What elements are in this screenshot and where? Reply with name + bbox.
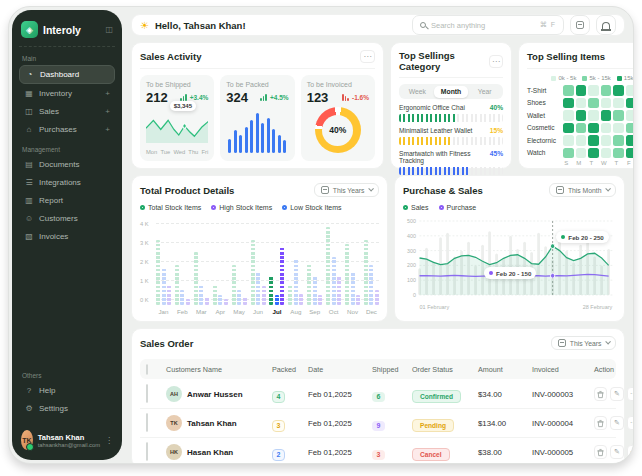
edit-button[interactable]: ✎ [610,445,623,459]
day-label: Thu [188,149,198,155]
row-checkbox[interactable] [146,384,148,403]
heatmap-cell [588,85,599,96]
sidebar-item-help[interactable]: ?Help [19,382,115,399]
category-label-row: Minimalist Leather Wallet15% [399,127,503,134]
documents-icon: ▤ [24,160,34,169]
edit-button[interactable]: ✎ [610,387,623,401]
month-label: Dec [366,308,377,315]
heatmap-cell [563,123,574,134]
delete-button[interactable] [594,445,607,459]
expand-plus-icon[interactable]: + [105,125,110,134]
select-all-checkbox[interactable] [146,364,148,375]
sidebar-item-label: Dashboard [40,70,79,79]
bar [245,127,248,153]
svg-text:0: 0 [413,292,416,298]
filter-label: This Years [570,340,602,347]
day-label: T [611,160,622,166]
sidebar-item-inventory[interactable]: ▦Inventory+ [19,85,115,102]
heatmap-cell [588,98,599,109]
sidebar-item-report[interactable]: ▥Report [19,192,115,209]
month-bars [251,225,266,305]
category-label: Minimalist Leather Wallet [399,127,472,134]
sidebar-section-label: Others [22,372,112,379]
delete-button[interactable] [594,387,607,401]
purchases-icon: ⌂ [24,125,34,134]
packed-cell: 3 [272,414,308,432]
heatmap-row-label: T-Shirt [527,87,561,94]
notifications-button[interactable] [596,15,616,35]
category-bar [399,114,503,122]
sidebar-collapse-icon[interactable]: ◫ [105,25,113,34]
sidebar-item-purchases[interactable]: ⌂Purchases+ [19,121,115,138]
month-group-may: May [232,215,247,315]
month-group-jun: Jun [251,215,266,315]
sidebar-item-integrations[interactable]: ☰Integrations [19,174,115,191]
tab-week[interactable]: Week [401,86,435,98]
edit-button[interactable]: ✎ [610,416,623,430]
svg-text:200: 200 [407,262,416,268]
more-options-icon[interactable]: ⋯ [634,50,635,63]
bar [218,295,222,305]
month-group-feb: Feb [175,215,190,315]
amount-cell: $34.00 [478,390,532,399]
category-percent: 15% [490,127,503,134]
settings-icon: ⚙ [24,404,34,413]
row-more-button[interactable]: ⋯ [627,387,634,401]
row-checkbox-cell [146,443,166,461]
orders-filter-dropdown[interactable]: This Years [551,336,616,350]
category-bar [399,167,503,175]
bar [205,297,209,305]
sidebar-item-label: Purchases [39,125,77,134]
tab-month[interactable]: Month [434,86,468,98]
packed-bar-chart [226,105,288,155]
sidebar-item-documents[interactable]: ▤Documents [19,156,115,173]
heatmap-cell [563,135,574,146]
heatmap-cell [588,110,599,121]
search-input[interactable]: Search anything ⌘ F [412,15,564,35]
chevron-down-icon [605,340,610,345]
card-title: Sales Order [140,338,193,349]
y-axis-label: 0 K [140,297,154,303]
expand-plus-icon[interactable]: + [105,107,110,116]
category-percent: 45% [490,150,503,164]
delete-button[interactable] [594,416,607,430]
row-checkbox[interactable] [146,442,148,461]
trend-up-icon [260,94,267,101]
sidebar-item-customers[interactable]: ☺Customers [19,210,115,227]
row-checkbox-cell [146,414,166,432]
bell-icon [602,22,610,29]
tpd-filter-dropdown[interactable]: This Years [314,183,379,197]
month-bars [288,225,303,305]
row-more-button[interactable]: ⋯ [627,445,634,459]
action-cell: ✎⋯ [594,416,634,430]
sidebar-item-settings[interactable]: ⚙Settings [19,400,115,417]
sidebar-user[interactable]: TK Tahsan Khan tahsankhan@gmail.com ⋮ [19,428,115,452]
row-more-button[interactable]: ⋯ [627,416,634,430]
user-more-icon[interactable]: ⋮ [105,436,113,445]
sidebar-section-label: Management [22,146,112,153]
legend-ring-icon [439,205,444,210]
row-checkbox[interactable] [146,413,148,432]
sidebar-item-sales[interactable]: ◫Sales+ [19,103,115,120]
pns-filter-dropdown[interactable]: This Month [549,183,616,197]
heatmap-cell [626,148,635,159]
expand-plus-icon[interactable]: + [105,89,110,98]
calendar-button[interactable] [570,15,590,35]
bar [224,299,228,305]
calendar-icon [576,21,584,29]
bar [313,276,317,305]
more-options-icon[interactable]: ⋯ [360,50,375,63]
month-bars [213,225,228,305]
date-cell: Feb 01,2025 [308,419,372,428]
user-email: tahsankhan@gmail.com [38,442,100,448]
tab-year[interactable]: Year [468,86,502,98]
sidebar-item-dashboard[interactable]: ◔Dashboard [19,65,115,84]
legend-item: 0k - 5k [551,75,576,81]
sidebar-item-invoices[interactable]: ▧Invoices [19,228,115,245]
day-label: Fri [202,149,209,155]
search-placeholder: Search anything [431,21,535,30]
row-checkbox-cell [146,385,166,403]
svg-text:500: 500 [407,218,416,224]
more-options-icon[interactable]: ⋯ [489,55,503,68]
customer-cell: TKTahsan Khan [166,415,272,431]
